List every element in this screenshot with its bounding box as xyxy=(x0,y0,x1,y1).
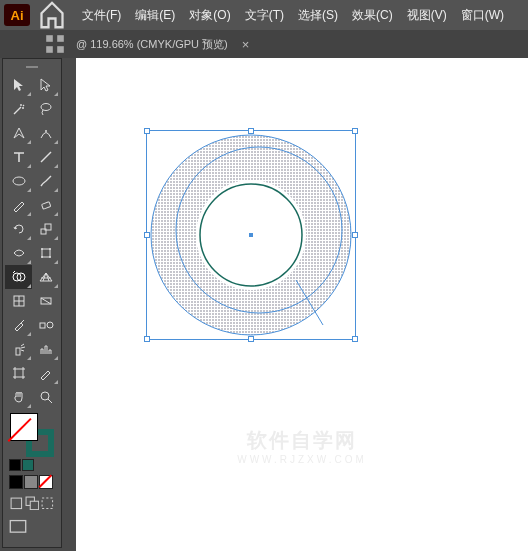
selection-tool[interactable] xyxy=(5,73,32,97)
handle-bottom-middle[interactable] xyxy=(248,336,254,342)
magic-wand-tool[interactable] xyxy=(5,97,32,121)
svg-point-20 xyxy=(47,322,53,328)
swap-fill-stroke-button[interactable] xyxy=(22,459,34,471)
blend-tool[interactable] xyxy=(32,313,59,337)
selection-center-point xyxy=(249,233,253,237)
shaper-tool[interactable] xyxy=(5,193,32,217)
column-graph-tool[interactable] xyxy=(32,337,59,361)
default-fill-stroke-button[interactable] xyxy=(9,459,21,471)
scale-icon xyxy=(38,221,54,237)
document-tab[interactable]: @ 119.66% (CMYK/GPU 预览) × xyxy=(76,37,249,52)
menu-object[interactable]: 对象(O) xyxy=(183,3,236,28)
selected-artwork[interactable] xyxy=(146,130,356,340)
menu-type[interactable]: 文字(T) xyxy=(239,3,290,28)
hand-tool[interactable] xyxy=(5,385,32,409)
svg-rect-21 xyxy=(16,348,20,355)
perspective-grid-tool[interactable] xyxy=(32,265,59,289)
svg-rect-24 xyxy=(11,498,21,508)
fill-stroke-indicator[interactable] xyxy=(10,413,54,457)
perspective-icon xyxy=(38,269,54,285)
paintbrush-icon xyxy=(38,173,54,189)
handle-top-middle[interactable] xyxy=(248,128,254,134)
curvature-tool[interactable] xyxy=(32,121,59,145)
line-icon xyxy=(38,149,54,165)
canvas[interactable]: 软件自学网 WWW.RJZXW.COM xyxy=(76,58,528,551)
svg-point-14 xyxy=(49,256,51,258)
gradient-icon xyxy=(38,293,54,309)
handle-bottom-left[interactable] xyxy=(144,336,150,342)
blend-icon xyxy=(38,317,54,333)
type-tool[interactable] xyxy=(5,145,32,169)
svg-point-5 xyxy=(45,130,47,132)
hand-icon xyxy=(11,389,27,405)
color-chip-gray[interactable] xyxy=(24,475,38,489)
rotate-tool[interactable] xyxy=(5,217,32,241)
panel-grip[interactable] xyxy=(5,63,59,71)
scale-tool[interactable] xyxy=(32,217,59,241)
mesh-icon xyxy=(11,293,27,309)
svg-point-23 xyxy=(41,392,49,400)
menu-file[interactable]: 文件(F) xyxy=(76,3,127,28)
eyedropper-tool[interactable] xyxy=(5,313,32,337)
tab-close-button[interactable]: × xyxy=(242,37,250,52)
menu-window[interactable]: 窗口(W) xyxy=(455,3,510,28)
screen-mode-icon xyxy=(9,518,27,536)
pen-tool[interactable] xyxy=(5,121,32,145)
shape-builder-icon xyxy=(11,269,27,285)
lasso-tool[interactable] xyxy=(32,97,59,121)
draw-inside-icon xyxy=(40,496,55,511)
direct-selection-tool[interactable] xyxy=(32,73,59,97)
watermark: 软件自学网 WWW.RJZXW.COM xyxy=(237,427,367,465)
slice-tool[interactable] xyxy=(32,361,59,385)
draw-mode-row xyxy=(7,493,57,517)
eyedropper-icon xyxy=(11,317,27,333)
eraser-tool[interactable] xyxy=(32,193,59,217)
svg-rect-28 xyxy=(10,521,25,533)
draw-inside-button[interactable] xyxy=(40,495,55,511)
eraser-icon xyxy=(38,197,54,213)
watermark-line2: WWW.RJZXW.COM xyxy=(237,454,367,465)
svg-rect-2 xyxy=(46,46,53,53)
tools-panel xyxy=(2,58,62,548)
home-button[interactable] xyxy=(38,3,66,27)
width-tool[interactable] xyxy=(5,241,32,265)
svg-rect-0 xyxy=(46,35,53,42)
artboard-tool[interactable] xyxy=(5,361,32,385)
svg-rect-27 xyxy=(42,498,52,508)
free-transform-tool[interactable] xyxy=(32,241,59,265)
color-chip-black[interactable] xyxy=(9,475,23,489)
svg-rect-1 xyxy=(57,35,64,42)
mesh-tool[interactable] xyxy=(5,289,32,313)
menu-view[interactable]: 视图(V) xyxy=(401,3,453,28)
handle-middle-right[interactable] xyxy=(352,232,358,238)
menu-select[interactable]: 选择(S) xyxy=(292,3,344,28)
draw-behind-button[interactable] xyxy=(25,495,40,511)
draw-normal-icon xyxy=(9,496,24,511)
selection-bounding-box xyxy=(146,130,356,340)
shape-builder-tool[interactable] xyxy=(5,265,32,289)
draw-normal-button[interactable] xyxy=(9,495,24,511)
workspace-switch-button[interactable] xyxy=(44,33,66,55)
screen-mode-button[interactable] xyxy=(9,519,27,535)
svg-point-4 xyxy=(41,104,51,111)
direct-selection-icon xyxy=(38,77,54,93)
curvature-icon xyxy=(38,125,54,141)
handle-bottom-right[interactable] xyxy=(352,336,358,342)
gradient-tool[interactable] xyxy=(32,289,59,313)
svg-rect-26 xyxy=(30,501,38,509)
svg-point-12 xyxy=(49,248,51,250)
handle-middle-left[interactable] xyxy=(144,232,150,238)
zoom-tool[interactable] xyxy=(32,385,59,409)
menu-effect[interactable]: 效果(C) xyxy=(346,3,399,28)
fill-swatch[interactable] xyxy=(10,413,38,441)
handle-top-right[interactable] xyxy=(352,128,358,134)
menu-edit[interactable]: 编辑(E) xyxy=(129,3,181,28)
handle-top-left[interactable] xyxy=(144,128,150,134)
paintbrush-tool[interactable] xyxy=(32,169,59,193)
zoom-icon xyxy=(38,389,54,405)
symbol-sprayer-tool[interactable] xyxy=(5,337,32,361)
color-chip-none[interactable] xyxy=(39,475,53,489)
rectangle-tool[interactable] xyxy=(5,169,32,193)
line-segment-tool[interactable] xyxy=(32,145,59,169)
ellipse-icon xyxy=(11,173,27,189)
